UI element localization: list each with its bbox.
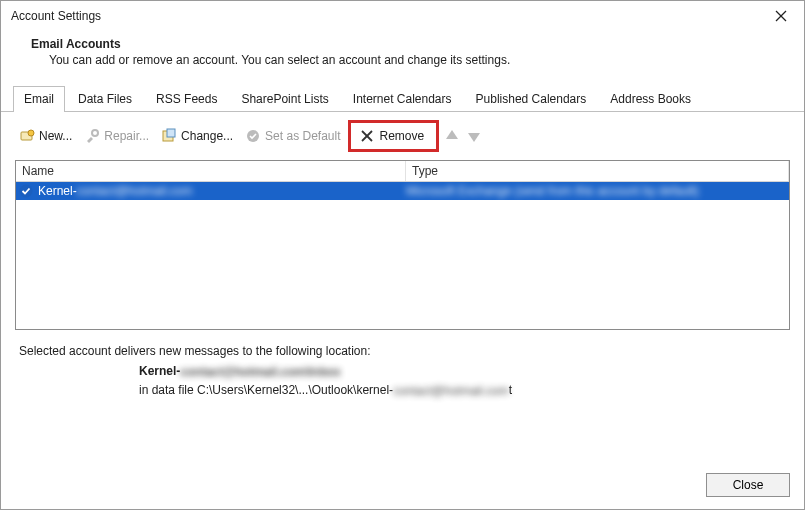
delivery-location: Selected account delivers new messages t…: [1, 330, 804, 398]
repair-button[interactable]: Repair...: [80, 126, 153, 146]
remove-button[interactable]: Remove: [355, 126, 428, 146]
arrow-up-icon: [443, 127, 461, 145]
window-title: Account Settings: [11, 9, 101, 23]
tabstrip: Email Data Files RSS Feeds SharePoint Li…: [1, 85, 804, 112]
delivery-file-path: in data file C:\Users\Kernel32\...\Outlo…: [139, 383, 786, 398]
toolbar: New... Repair... Change... Set as Defaul…: [1, 112, 804, 160]
accounts-list[interactable]: Name Type Kernel-contact@hotmail.com Mic…: [15, 160, 790, 330]
path-suffix: t: [509, 383, 512, 397]
close-icon: [775, 10, 787, 22]
tab-rss-feeds[interactable]: RSS Feeds: [145, 86, 228, 112]
tab-address-books[interactable]: Address Books: [599, 86, 702, 112]
account-settings-dialog: Account Settings Email Accounts You can …: [0, 0, 805, 510]
account-name-hidden: contact@hotmail.com: [77, 184, 193, 198]
repair-label: Repair...: [104, 129, 149, 143]
section-description: Email Accounts You can add or remove an …: [1, 29, 804, 79]
svg-rect-6: [167, 129, 175, 137]
new-button[interactable]: New...: [15, 126, 76, 146]
tab-data-files[interactable]: Data Files: [67, 86, 143, 112]
close-dialog-button[interactable]: Close: [706, 473, 790, 497]
change-icon: [161, 128, 177, 144]
titlebar: Account Settings: [1, 1, 804, 29]
delivery-heading: Selected account delivers new messages t…: [19, 344, 786, 358]
set-default-button[interactable]: Set as Default: [241, 126, 344, 146]
delivery-account-name: Kernel-contact@hotmail.com\Inbox: [139, 364, 786, 379]
remove-icon: [359, 128, 375, 144]
tab-email[interactable]: Email: [13, 86, 65, 112]
account-row[interactable]: Kernel-contact@hotmail.com Microsoft Exc…: [16, 182, 789, 200]
repair-icon: [84, 128, 100, 144]
account-type: Microsoft Exchange (send from this accou…: [406, 184, 789, 198]
svg-point-3: [28, 130, 34, 136]
move-down-button[interactable]: [465, 127, 483, 145]
new-icon: [19, 128, 35, 144]
tab-internet-calendars[interactable]: Internet Calendars: [342, 86, 463, 112]
delivery-prefix: Kernel-: [139, 364, 180, 378]
arrow-down-icon: [465, 127, 483, 145]
check-circle-icon: [245, 128, 261, 144]
path-prefix: in data file C:\Users\Kernel32\...\Outlo…: [139, 383, 393, 397]
account-name: Kernel-contact@hotmail.com: [36, 184, 406, 198]
section-title: Email Accounts: [31, 37, 774, 51]
path-hidden: contact@hotmail.com: [393, 384, 509, 398]
tab-published-calendars[interactable]: Published Calendars: [465, 86, 598, 112]
remove-highlight: Remove: [348, 120, 439, 152]
column-type[interactable]: Type: [406, 161, 789, 181]
move-up-button[interactable]: [443, 127, 461, 145]
svg-point-10: [20, 185, 33, 198]
delivery-hidden: contact@hotmail.com\Inbox: [180, 365, 340, 379]
default-account-icon: [18, 183, 34, 199]
change-button[interactable]: Change...: [157, 126, 237, 146]
change-label: Change...: [181, 129, 233, 143]
close-button[interactable]: [766, 5, 796, 27]
new-label: New...: [39, 129, 72, 143]
dialog-footer: Close: [706, 473, 790, 497]
list-header: Name Type: [16, 161, 789, 182]
tab-sharepoint-lists[interactable]: SharePoint Lists: [230, 86, 339, 112]
column-name[interactable]: Name: [16, 161, 406, 181]
section-text: You can add or remove an account. You ca…: [31, 53, 774, 67]
set-default-label: Set as Default: [265, 129, 340, 143]
svg-point-4: [92, 130, 98, 136]
remove-label: Remove: [379, 129, 424, 143]
account-name-visible: Kernel-: [38, 184, 77, 198]
